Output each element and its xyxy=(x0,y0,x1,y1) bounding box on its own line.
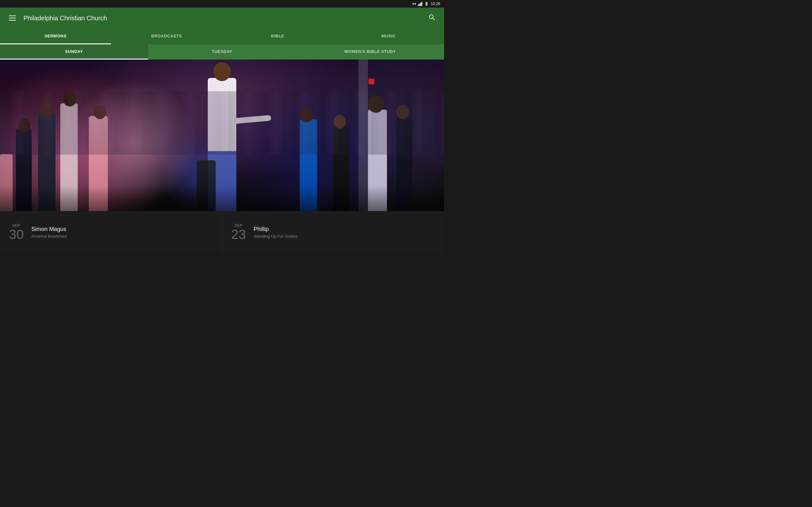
hero-fade xyxy=(0,186,444,211)
sermon-list: SEP 30 Simon Magus America Bewitched SEP… xyxy=(0,211,444,253)
sermon-day-1: 30 xyxy=(8,228,25,241)
sermon-info-1: Simon Magus America Bewitched xyxy=(32,226,214,239)
sermon-day-2: 23 xyxy=(230,228,247,241)
status-bar: ▾▾ 🔋 10:26 xyxy=(0,0,444,8)
tab-bible[interactable]: BIBLE xyxy=(222,29,333,44)
hero-image xyxy=(0,60,444,211)
sermon-date-1: SEP 30 xyxy=(8,223,25,241)
hamburger-line-3 xyxy=(9,20,16,20)
subtab-sunday[interactable]: SUNDAY xyxy=(0,44,148,60)
sermon-item-1[interactable]: SEP 30 Simon Magus America Bewitched xyxy=(0,211,222,253)
svg-rect-3 xyxy=(421,2,422,6)
hamburger-line-2 xyxy=(9,18,16,18)
sub-tabs: SUNDAY TUESDAY WOMEN'S BIBLE STUDY xyxy=(0,44,444,60)
sermon-title-2: Phillip xyxy=(254,226,437,233)
crowd-mass xyxy=(0,91,444,155)
sermon-date-2: SEP 23 xyxy=(230,223,247,241)
svg-rect-2 xyxy=(420,3,421,6)
app-bar: Philadelphia Christian Church xyxy=(0,8,444,29)
hamburger-line-1 xyxy=(9,15,16,16)
signal-icon xyxy=(418,2,422,6)
tab-music[interactable]: MUSIC xyxy=(333,29,444,44)
nav-tabs: SERMONS BROADCASTS BIBLE MUSIC xyxy=(0,29,444,44)
red-accent xyxy=(368,78,374,84)
svg-rect-0 xyxy=(418,4,419,6)
battery-icon: 🔋 xyxy=(424,2,429,6)
sermon-title-1: Simon Magus xyxy=(32,226,214,233)
sermon-item-2[interactable]: SEP 23 Phillip Standing Up For Justice xyxy=(222,211,444,253)
sermon-info-2: Phillip Standing Up For Justice xyxy=(254,226,437,239)
tab-sermons[interactable]: SERMONS xyxy=(0,29,111,44)
wifi-icon: ▾▾ xyxy=(412,2,416,6)
subtab-womens-bible-study[interactable]: WOMEN'S BIBLE STUDY xyxy=(296,44,444,60)
app-title: Philadelphia Christian Church xyxy=(23,14,426,22)
sermon-subtitle-2: Standing Up For Justice xyxy=(254,234,437,239)
subtab-tuesday[interactable]: TUESDAY xyxy=(148,44,296,60)
sermon-subtitle-1: America Bewitched xyxy=(32,234,214,239)
figure-center-head xyxy=(213,62,231,81)
search-icon xyxy=(428,14,435,20)
svg-rect-1 xyxy=(419,3,420,6)
search-button[interactable] xyxy=(426,11,438,25)
status-time: 10:26 xyxy=(431,2,440,6)
svg-line-5 xyxy=(433,18,435,20)
menu-button[interactable] xyxy=(6,13,18,23)
tab-broadcasts[interactable]: BROADCASTS xyxy=(111,29,222,44)
